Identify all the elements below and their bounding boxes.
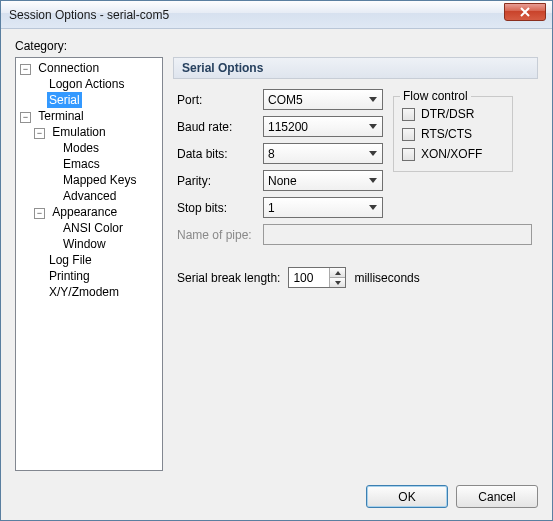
expander-icon[interactable]: −: [34, 208, 45, 219]
spinner-down-button[interactable]: [330, 278, 345, 287]
tree-item-advanced[interactable]: Advanced: [61, 188, 118, 204]
break-row: Serial break length: 100 milliseconds: [177, 267, 532, 288]
chevron-down-icon: [365, 90, 380, 109]
checkbox-icon: [402, 128, 415, 141]
flow-control-group: Flow control DTR/DSR RTS/CTS XON/XOFF: [393, 96, 513, 172]
tree-item-emacs[interactable]: Emacs: [61, 156, 102, 172]
checkbox-icon: [402, 148, 415, 161]
break-spinner[interactable]: 100: [288, 267, 346, 288]
databits-value: 8: [268, 147, 275, 161]
tree-item-modes[interactable]: Modes: [61, 140, 101, 156]
expander-icon[interactable]: −: [20, 112, 31, 123]
close-icon: [520, 7, 530, 17]
break-unit: milliseconds: [354, 271, 419, 285]
panel-header: Serial Options: [173, 57, 538, 79]
flow-legend: Flow control: [400, 89, 471, 103]
tree-item-terminal[interactable]: Terminal: [36, 108, 85, 124]
break-label: Serial break length:: [177, 271, 280, 285]
xon-xoff-checkbox[interactable]: XON/XOFF: [402, 147, 504, 161]
category-label: Category:: [15, 39, 538, 53]
tree-item-mapped-keys[interactable]: Mapped Keys: [61, 172, 138, 188]
chevron-down-icon: [365, 198, 380, 217]
dtr-dsr-checkbox[interactable]: DTR/DSR: [402, 107, 504, 121]
parity-combo[interactable]: None: [263, 170, 383, 191]
tree-item-logon-actions[interactable]: Logon Actions: [47, 76, 126, 92]
tree-item-printing[interactable]: Printing: [47, 268, 92, 284]
rts-cts-checkbox[interactable]: RTS/CTS: [402, 127, 504, 141]
tree-item-log-file[interactable]: Log File: [47, 252, 94, 268]
port-label: Port:: [177, 93, 257, 107]
tree-item-ansi-color[interactable]: ANSI Color: [61, 220, 125, 236]
baud-value: 115200: [268, 120, 308, 134]
tree-item-appearance[interactable]: Appearance: [50, 204, 119, 220]
session-options-dialog: Session Options - serial-com5 Category: …: [0, 0, 553, 521]
window-title: Session Options - serial-com5: [9, 8, 169, 22]
stopbits-value: 1: [268, 201, 275, 215]
cancel-button[interactable]: Cancel: [456, 485, 538, 508]
pipe-row: Name of pipe:: [177, 224, 532, 245]
pipe-label: Name of pipe:: [177, 228, 257, 242]
titlebar: Session Options - serial-com5: [1, 1, 552, 29]
baud-label: Baud rate:: [177, 120, 257, 134]
tree-item-connection[interactable]: Connection: [36, 60, 101, 76]
databits-label: Data bits:: [177, 147, 257, 161]
parity-label: Parity:: [177, 174, 257, 188]
chevron-down-icon: [365, 144, 380, 163]
port-combo[interactable]: COM5: [263, 89, 383, 110]
dialog-footer: OK Cancel: [1, 479, 552, 520]
port-value: COM5: [268, 93, 303, 107]
parity-value: None: [268, 174, 297, 188]
chevron-down-icon: [365, 117, 380, 136]
baud-combo[interactable]: 115200: [263, 116, 383, 137]
tree-item-serial[interactable]: Serial: [47, 92, 82, 108]
stopbits-label: Stop bits:: [177, 201, 257, 215]
databits-combo[interactable]: 8: [263, 143, 383, 164]
checkbox-icon: [402, 108, 415, 121]
tree-item-window[interactable]: Window: [61, 236, 108, 252]
ok-button[interactable]: OK: [366, 485, 448, 508]
pipe-input: [263, 224, 532, 245]
close-button[interactable]: [504, 3, 546, 21]
tree-item-xyzmodem[interactable]: X/Y/Zmodem: [47, 284, 121, 300]
expander-icon[interactable]: −: [34, 128, 45, 139]
break-value[interactable]: 100: [289, 268, 329, 287]
chevron-down-icon: [365, 171, 380, 190]
spinner-up-button[interactable]: [330, 268, 345, 278]
category-tree[interactable]: − Connection Logon Actions Serial − Term…: [15, 57, 163, 471]
stopbits-combo[interactable]: 1: [263, 197, 383, 218]
tree-item-emulation[interactable]: Emulation: [50, 124, 107, 140]
expander-icon[interactable]: −: [20, 64, 31, 75]
